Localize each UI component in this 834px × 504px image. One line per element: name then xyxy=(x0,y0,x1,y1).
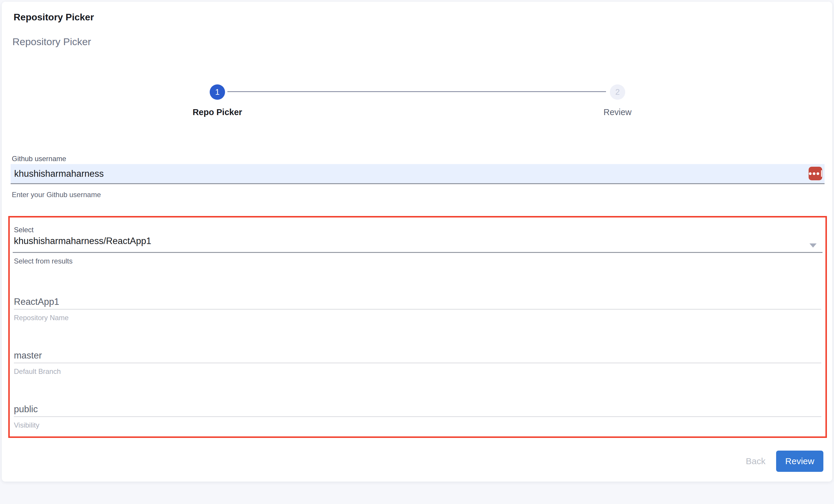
step-2-indicator[interactable]: 2 xyxy=(610,84,625,100)
visibility-label: Visibility xyxy=(14,421,821,429)
back-button[interactable]: Back xyxy=(746,451,766,472)
repository-name-field: Repository Name xyxy=(14,295,821,322)
lastpass-bar xyxy=(821,170,822,177)
step-1-number: 1 xyxy=(215,88,219,97)
repo-select-helper: Select from results xyxy=(14,257,73,265)
step-1-indicator[interactable]: 1 xyxy=(210,84,225,100)
lastpass-icon[interactable] xyxy=(809,167,822,180)
lastpass-dot xyxy=(817,172,819,175)
lastpass-dot xyxy=(813,172,815,175)
repo-select-label: Select xyxy=(14,226,34,234)
default-branch-field: Default Branch xyxy=(14,348,821,376)
github-username-input[interactable] xyxy=(10,164,825,184)
page-title: Repository Picker xyxy=(14,12,94,23)
step-2-label: Review xyxy=(573,108,662,117)
repository-picker-card: Repository Picker Repository Picker 1 2 … xyxy=(2,2,832,482)
lastpass-dot xyxy=(809,172,812,175)
repo-select-value: khushisharmaharness/ReactApp1 xyxy=(14,236,151,246)
repo-select-dropdown[interactable]: khushisharmaharness/ReactApp1 xyxy=(13,235,822,253)
highlighted-region: Select khushisharmaharness/ReactApp1 Sel… xyxy=(8,216,827,438)
default-branch-label: Default Branch xyxy=(14,367,821,376)
review-button[interactable]: Review xyxy=(776,451,824,472)
github-username-label: Github username xyxy=(12,155,66,163)
step-2-number: 2 xyxy=(615,88,620,97)
caret-down-icon xyxy=(810,244,817,248)
visibility-input[interactable] xyxy=(14,402,821,417)
form-subtitle: Repository Picker xyxy=(13,36,91,47)
repository-name-label: Repository Name xyxy=(14,314,821,322)
repository-name-input[interactable] xyxy=(14,295,821,310)
step-1-label: Repo Picker xyxy=(173,108,262,117)
stepper-connector-line xyxy=(227,91,606,92)
github-username-field xyxy=(10,164,825,184)
default-branch-input[interactable] xyxy=(14,348,821,363)
visibility-field: Visibility xyxy=(14,402,821,429)
github-username-helper: Enter your Github username xyxy=(12,191,101,199)
